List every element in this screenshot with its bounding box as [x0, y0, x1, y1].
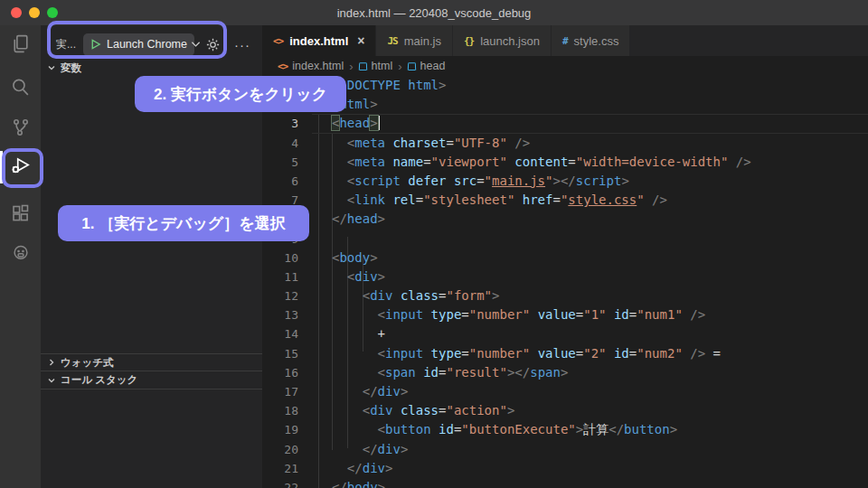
line-number[interactable]: 13 [262, 305, 312, 324]
line-number[interactable]: 4 [262, 134, 312, 153]
code-line[interactable]: 8</head> [262, 210, 868, 229]
code-token: script [354, 174, 401, 188]
code-line[interactable]: 12 <div class="form"> [262, 286, 868, 305]
code-token: = [461, 346, 468, 361]
code-line[interactable]: 3<head> [262, 114, 868, 133]
code-line[interactable]: 7 <link rel="stylesheet" href="style.css… [262, 191, 868, 210]
code-line[interactable]: 2<html> [262, 95, 868, 114]
code-line-content: </div> [312, 459, 868, 478]
code-token: </ [332, 384, 378, 399]
code-token: "result" [446, 365, 506, 380]
line-number[interactable]: 18 [262, 401, 312, 420]
code-line[interactable]: 11 <div> [262, 267, 868, 286]
code-token: /> [728, 155, 750, 169]
code-line[interactable]: 21 </div> [262, 459, 868, 478]
line-number[interactable]: 6 [262, 172, 312, 191]
code-line[interactable]: 5 <meta name="viewport" content="width=d… [262, 153, 868, 172]
more-actions-icon[interactable]: ··· [234, 37, 250, 52]
line-number[interactable]: 16 [262, 363, 312, 382]
activity-github-button[interactable] [0, 236, 41, 272]
file-type-icon: <> [273, 35, 283, 47]
tab-label: index.html [289, 34, 348, 48]
code-line[interactable]: 9 [262, 230, 868, 249]
code-token: link [354, 192, 385, 207]
code-line[interactable]: 14 + [262, 324, 868, 343]
code-token: "num2" [637, 346, 683, 361]
code-line[interactable]: 15 <input type="number" value="2" id="nu… [262, 344, 868, 363]
annotation-step1: 1. ［実行とデバッグ］を選択 [58, 205, 309, 241]
breadcrumb-item-html[interactable]: html [359, 60, 393, 72]
code-line-content: <head> [312, 114, 868, 133]
zoom-window-button[interactable] [47, 7, 58, 18]
window-title: index.html — 220408_vscode_debug [0, 6, 868, 20]
code-line-content: <body> [312, 249, 868, 267]
line-number[interactable]: 22 [262, 478, 312, 488]
line-number[interactable]: 17 [262, 382, 312, 401]
tab-style.css[interactable]: #style.css [552, 25, 630, 56]
code-token: "2" [583, 346, 606, 361]
code-token: < [332, 288, 370, 303]
line-number[interactable]: 11 [262, 267, 312, 286]
code-line-content: <div class="form"> [312, 286, 868, 305]
activity-extensions-button[interactable] [0, 197, 41, 233]
code-editor[interactable]: 1<!DOCTYPE html>2<html>3<head>4 <meta ch… [262, 76, 868, 488]
code-line[interactable]: 10<body> [262, 249, 868, 267]
line-number[interactable]: 3 [262, 114, 312, 133]
code-token: head [347, 211, 378, 226]
close-tab-icon[interactable]: × [357, 33, 364, 48]
code-line[interactable]: 6 <script defer src="main.js"></script> [262, 172, 868, 191]
code-token: name [385, 155, 423, 169]
code-line-content: + [312, 324, 868, 343]
file-type-icon: JS [387, 35, 397, 47]
line-number[interactable]: 10 [262, 249, 312, 267]
line-number[interactable]: 20 [262, 440, 312, 459]
code-line[interactable]: 1<!DOCTYPE html> [262, 76, 868, 95]
line-number[interactable]: 5 [262, 153, 312, 172]
activity-search-button[interactable] [0, 70, 41, 107]
section-callstack[interactable]: コール スタック [41, 371, 262, 389]
code-line[interactable]: 19 <button id="buttonExecute">計算</button… [262, 420, 868, 439]
minimize-window-button[interactable] [29, 7, 40, 18]
section-variables[interactable]: 変数 [41, 59, 262, 77]
breadcrumb: <>index.html›html›head [262, 56, 868, 76]
line-number[interactable]: 12 [262, 286, 312, 305]
activity-explorer-button[interactable] [0, 27, 41, 63]
line-number[interactable]: 19 [262, 420, 312, 439]
tab-launch.json[interactable]: {}launch.json [453, 25, 552, 56]
code-line[interactable]: 13 <input type="number" value="1" id="nu… [262, 305, 868, 324]
chevron-right-icon [45, 356, 58, 369]
code-token: value [530, 346, 576, 361]
code-line[interactable]: 20 </div> [262, 440, 868, 459]
line-number[interactable]: 15 [262, 344, 312, 363]
breadcrumb-item-index.html[interactable]: <>index.html [278, 60, 344, 72]
code-token: </ [332, 480, 347, 488]
code-token: > [370, 250, 377, 265]
code-token: div [370, 288, 392, 303]
code-token: < [332, 403, 370, 418]
code-token: < [332, 155, 354, 169]
code-token: = [423, 155, 430, 169]
code-line[interactable]: 17 </div> [262, 382, 868, 401]
code-token: > [378, 480, 385, 488]
code-token: meta [354, 155, 385, 169]
tab-index.html[interactable]: <>index.html× [262, 25, 376, 56]
tab-main.js[interactable]: JSmain.js [376, 25, 452, 56]
line-number[interactable]: 14 [262, 324, 312, 343]
toolbar-highlight-box [47, 21, 227, 59]
chevron-down-icon [45, 61, 58, 74]
activity-source-control-button[interactable] [0, 111, 41, 147]
breadcrumb-item-head[interactable]: head [408, 60, 446, 72]
code-token: > [621, 174, 628, 188]
search-icon [9, 76, 32, 102]
close-window-button[interactable] [11, 7, 22, 18]
code-token: /> [645, 192, 667, 207]
file-type-icon: # [562, 35, 568, 47]
code-line[interactable]: 18 <div class="action"> [262, 401, 868, 420]
code-line[interactable]: 4 <meta charset="UTF-8" /> [262, 134, 868, 153]
code-line[interactable]: 16 <span id="result"></span> [262, 363, 868, 382]
section-watch[interactable]: ウォッチ式 [41, 353, 262, 371]
tab-label: style.css [574, 34, 619, 48]
line-number[interactable]: 21 [262, 459, 312, 478]
code-token: div [378, 442, 401, 456]
code-line[interactable]: 22</body> [262, 478, 868, 488]
